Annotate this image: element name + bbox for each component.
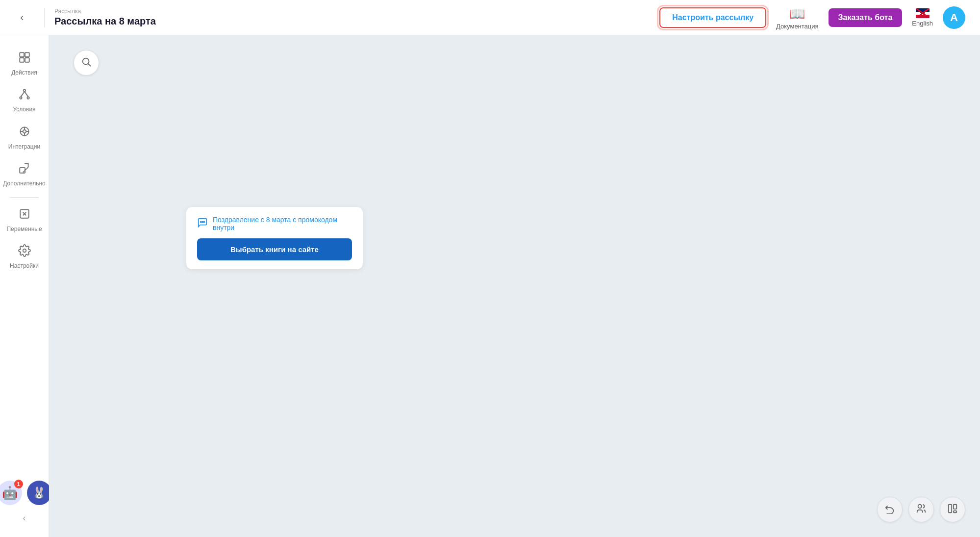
svg-rect-3 — [25, 58, 29, 62]
svg-rect-28 — [954, 511, 956, 512]
svg-line-7 — [21, 92, 25, 97]
svg-line-8 — [25, 92, 28, 97]
sidebar-bots: 🤖 1 🐰 — [0, 481, 51, 505]
undo-button[interactable] — [877, 497, 903, 522]
main-canvas: Поздравление с 8 марта с промокодом внут… — [49, 35, 980, 537]
svg-rect-2 — [20, 58, 24, 62]
documentation-link[interactable]: 📖 Документация — [776, 5, 819, 30]
layout-button[interactable] — [940, 497, 965, 522]
message-icon — [197, 217, 208, 230]
svg-point-25 — [918, 504, 922, 508]
language-selector[interactable]: English — [912, 8, 933, 27]
settings-label: Настройки — [10, 262, 39, 269]
sidebar-item-additional[interactable]: Дополнительно — [0, 156, 49, 193]
layout: Действия Условия — [0, 35, 980, 537]
svg-point-5 — [20, 97, 22, 99]
flag-icon — [916, 8, 930, 18]
svg-point-4 — [23, 90, 25, 92]
sidebar-item-conditions[interactable]: Условия — [0, 82, 49, 119]
conditions-icon — [18, 88, 31, 104]
svg-rect-26 — [949, 504, 952, 512]
notification-badge: 1 — [14, 480, 23, 488]
language-label: English — [912, 20, 933, 27]
bot-1-icon: 🤖 — [2, 486, 18, 501]
undo-icon — [884, 503, 895, 516]
svg-point-24 — [203, 221, 204, 222]
sidebar-collapse-button[interactable]: ‹ — [19, 509, 30, 527]
variables-icon — [18, 207, 31, 224]
variables-label: Переменные — [6, 226, 42, 232]
svg-point-20 — [83, 58, 89, 64]
bot-2-icon: 🐰 — [32, 486, 46, 499]
svg-point-19 — [23, 249, 26, 253]
header-title-area: Рассылка Рассылка на 8 марта — [54, 8, 659, 27]
bot-avatar-2[interactable]: 🐰 — [27, 481, 51, 505]
svg-point-9 — [23, 130, 26, 133]
sidebar-item-integrations[interactable]: Интеграции — [0, 119, 49, 156]
order-bot-button[interactable]: Заказать бота — [829, 8, 903, 27]
message-header: Поздравление с 8 марта с промокодом внут… — [197, 216, 352, 231]
configure-button[interactable]: Настроить рассылку — [659, 7, 766, 28]
documentation-label: Документация — [776, 23, 819, 30]
message-text: Поздравление с 8 марта с промокодом внут… — [213, 216, 352, 231]
conditions-label: Условия — [13, 106, 35, 113]
back-button[interactable]: ‹ — [0, 11, 44, 24]
bot-avatar-1[interactable]: 🤖 1 — [0, 481, 22, 505]
svg-rect-15 — [20, 168, 25, 173]
header: ‹ Рассылка Рассылка на 8 марта Настроить… — [0, 0, 980, 35]
settings-icon — [18, 244, 31, 260]
svg-line-21 — [88, 64, 91, 66]
actions-label: Действия — [11, 69, 37, 76]
book-icon: 📖 — [789, 6, 805, 22]
breadcrumb: Рассылка — [54, 8, 659, 15]
additional-icon — [18, 162, 31, 178]
sidebar-divider — [10, 197, 39, 198]
avatar[interactable]: А — [943, 6, 965, 29]
svg-point-22 — [201, 221, 201, 222]
bottom-toolbar — [877, 497, 965, 522]
svg-rect-1 — [25, 52, 29, 57]
search-button[interactable] — [74, 50, 99, 76]
back-icon: ‹ — [20, 11, 24, 24]
additional-label: Дополнительно — [3, 180, 45, 187]
sidebar-item-settings[interactable]: Настройки — [0, 238, 49, 275]
message-card: Поздравление с 8 марта с промокодом внут… — [186, 207, 363, 269]
users-button[interactable] — [908, 497, 934, 522]
page-title: Рассылка на 8 марта — [54, 16, 659, 27]
svg-rect-0 — [20, 52, 24, 57]
sidebar: Действия Условия — [0, 35, 49, 537]
layout-icon — [947, 503, 958, 516]
header-divider — [44, 8, 45, 27]
sidebar-bottom: 🤖 1 🐰 ‹ — [0, 481, 49, 537]
integrations-label: Интеграции — [8, 143, 40, 150]
header-actions: Настроить рассылку 📖 Документация Заказа… — [659, 5, 980, 30]
sidebar-item-variables[interactable]: Переменные — [0, 202, 49, 238]
svg-rect-27 — [954, 504, 956, 509]
svg-point-23 — [202, 221, 203, 222]
sidebar-item-actions[interactable]: Действия — [0, 45, 49, 82]
collapse-icon: ‹ — [23, 513, 26, 523]
integrations-icon — [18, 125, 31, 141]
svg-point-6 — [27, 97, 29, 99]
actions-icon — [18, 51, 31, 67]
select-books-button[interactable]: Выбрать книги на сайте — [197, 238, 352, 260]
users-icon — [916, 503, 927, 516]
search-icon — [81, 56, 92, 70]
